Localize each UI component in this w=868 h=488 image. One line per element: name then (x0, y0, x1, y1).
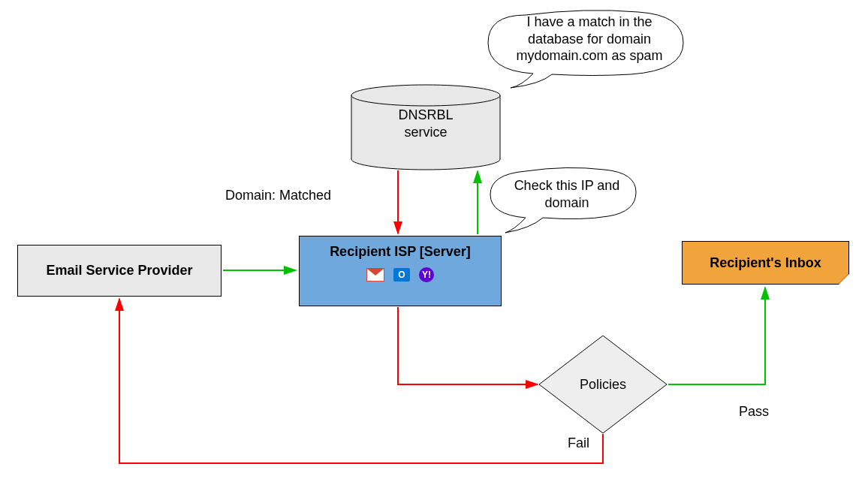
dnsrbl-label-1: DNSRBL (398, 107, 453, 122)
svg-point-5 (351, 85, 500, 106)
gmail-icon (366, 268, 384, 282)
esp-label: Email Service Provider (46, 263, 192, 279)
pass-label: Pass (739, 404, 769, 420)
policies-label: Policies (580, 377, 626, 393)
email-service-provider-box: Email Service Provider (17, 245, 222, 297)
recipient-isp-box: Recipient ISP [Server] O Y! (299, 236, 502, 306)
domain-matched-label: Domain: Matched (225, 188, 331, 203)
arrow-isp-to-policies (398, 307, 538, 384)
speech-match-text: I have a match in the database for domai… (503, 14, 676, 65)
arrow-fail-to-esp (119, 299, 603, 463)
inbox-label: Recipient's Inbox (710, 255, 821, 271)
yahoo-icon: Y! (419, 267, 434, 282)
arrow-policies-to-inbox (668, 288, 765, 384)
dnsrbl-cylinder: DNSRBL service (351, 84, 501, 170)
dnsrbl-label-2: service (404, 125, 447, 140)
policies-diamond: Policies (539, 336, 667, 433)
speech-check-text: Check this IP and domain (511, 177, 623, 211)
outlook-icon: O (393, 268, 410, 282)
isp-icons: O Y! (366, 267, 434, 282)
fail-label: Fail (568, 435, 589, 451)
recipient-inbox-box: Recipient's Inbox (682, 241, 849, 285)
isp-label: Recipient ISP [Server] (330, 244, 471, 260)
